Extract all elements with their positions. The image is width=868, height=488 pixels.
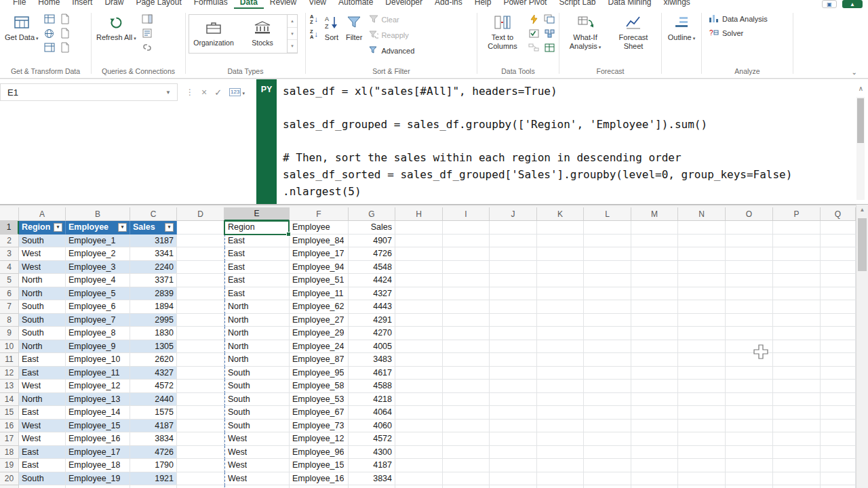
cell-K11[interactable] [537, 353, 584, 367]
cell-O4[interactable] [726, 261, 773, 274]
cell-N14[interactable] [678, 393, 726, 407]
data-analysis-button[interactable]: Data Analysis [709, 12, 768, 26]
gallery-more-button[interactable]: ▾ [288, 40, 297, 53]
cell-Q8[interactable] [821, 314, 856, 327]
remove-duplicates-button[interactable] [542, 13, 556, 25]
cell-Q20[interactable] [821, 472, 856, 486]
cell-L7[interactable] [584, 300, 631, 314]
cell-O15[interactable] [726, 406, 773, 420]
cell-P17[interactable] [773, 432, 821, 446]
cell-I1[interactable] [443, 221, 490, 235]
cell-B7[interactable]: Employee_6 [66, 300, 130, 314]
cell-J16[interactable] [490, 420, 537, 433]
from-table-range-button[interactable] [43, 41, 56, 54]
menu-tab-view[interactable]: View [302, 0, 332, 9]
cell-M16[interactable] [631, 420, 678, 433]
cell-A4[interactable]: West [19, 261, 66, 274]
cell-I8[interactable] [443, 314, 490, 327]
cell-H1[interactable] [395, 221, 443, 235]
cell-J4[interactable] [490, 261, 537, 274]
cell-B17[interactable]: Employee_16 [66, 432, 130, 446]
cell-K8[interactable] [537, 314, 584, 327]
menu-tab-file[interactable]: File [7, 0, 32, 9]
cell-E10[interactable]: North [224, 340, 290, 354]
cell-A7[interactable]: South [19, 300, 66, 314]
cell-E9[interactable]: North [224, 327, 290, 340]
menu-tab-script-lab[interactable]: Script Lab [553, 0, 601, 9]
row-header-5[interactable]: 5 [0, 274, 19, 287]
cell-F2[interactable]: Employee_84 [290, 235, 349, 248]
cell-I15[interactable] [443, 406, 490, 420]
cell-E7[interactable]: North [224, 300, 290, 314]
cell-F11[interactable]: Employee_87 [290, 353, 349, 367]
cell-G6[interactable]: 4327 [349, 287, 395, 301]
cell-B9[interactable]: Employee_8 [66, 327, 130, 340]
cell-C4[interactable]: 2240 [130, 261, 177, 274]
cell-D8[interactable] [177, 314, 224, 327]
cell-K21[interactable] [537, 485, 584, 488]
cell-M18[interactable] [631, 446, 678, 460]
cell-P3[interactable] [773, 247, 821, 261]
scroll-up-arrow[interactable]: ▲ [856, 207, 868, 213]
cell-K12[interactable] [537, 367, 584, 380]
cell-N10[interactable] [678, 340, 726, 354]
cell-I6[interactable] [443, 287, 490, 301]
cell-I9[interactable] [443, 327, 490, 340]
row-header-9[interactable]: 9 [0, 327, 19, 340]
cell-J19[interactable] [490, 459, 537, 472]
cell-A3[interactable]: West [19, 247, 66, 261]
cell-B2[interactable]: Employee_1 [66, 235, 130, 248]
cell-F20[interactable]: Employee_16 [290, 472, 349, 486]
column-header-L[interactable]: L [584, 207, 631, 221]
cell-O7[interactable] [726, 300, 773, 314]
cell-D4[interactable] [177, 261, 224, 274]
solver-button[interactable]: ? Solver [709, 26, 743, 40]
formula-bar-scrollbar[interactable] [856, 97, 865, 200]
cell-H5[interactable] [395, 274, 443, 287]
column-header-N[interactable]: N [678, 207, 726, 221]
filter-button[interactable]: Filter [344, 12, 364, 43]
cell-M21[interactable] [631, 485, 678, 488]
column-header-G[interactable]: G [349, 207, 395, 221]
advanced-filter-button[interactable]: Advanced [369, 44, 414, 58]
cell-M8[interactable] [631, 314, 678, 327]
cell-P7[interactable] [773, 300, 821, 314]
cell-L15[interactable] [584, 406, 631, 420]
row-header-19[interactable]: 19 [0, 459, 19, 472]
cell-N9[interactable] [678, 327, 726, 340]
cell-P2[interactable] [773, 235, 821, 248]
cell-I19[interactable] [443, 459, 490, 472]
cell-H11[interactable] [395, 353, 443, 367]
cell-M19[interactable] [631, 459, 678, 472]
cell-O11[interactable] [726, 353, 773, 367]
cell-D13[interactable] [177, 380, 224, 393]
cell-O17[interactable] [726, 432, 773, 446]
cell-J8[interactable] [490, 314, 537, 327]
cell-N21[interactable] [678, 485, 726, 488]
cell-B13[interactable]: Employee_12 [66, 380, 130, 393]
cell-A10[interactable]: North [19, 340, 66, 354]
cell-C7[interactable]: 1894 [130, 300, 177, 314]
cell-L2[interactable] [584, 235, 631, 248]
workbook-links-button[interactable] [140, 41, 154, 54]
cell-K4[interactable] [537, 261, 584, 274]
menu-tab-insert[interactable]: Insert [66, 0, 98, 9]
cell-K7[interactable] [537, 300, 584, 314]
cell-N8[interactable] [678, 314, 726, 327]
cell-K20[interactable] [537, 472, 584, 486]
python-output-type-button[interactable]: 123▾ [229, 88, 245, 96]
filter-dropdown-employee[interactable]: ▾ [118, 223, 127, 232]
cell-Q18[interactable] [821, 446, 856, 460]
cell-Q7[interactable] [821, 300, 856, 314]
cell-C9[interactable]: 1830 [130, 327, 177, 340]
cell-L10[interactable] [584, 340, 631, 354]
cell-D18[interactable] [177, 446, 224, 460]
menu-tab-draw[interactable]: Draw [98, 0, 130, 9]
cell-D11[interactable] [177, 353, 224, 367]
cell-G21[interactable] [349, 485, 395, 488]
cell-F10[interactable]: Employee_24 [290, 340, 349, 354]
cell-H9[interactable] [395, 327, 443, 340]
cell-H7[interactable] [395, 300, 443, 314]
row-header-17[interactable]: 17 [0, 432, 19, 446]
cell-H21[interactable] [395, 485, 443, 488]
